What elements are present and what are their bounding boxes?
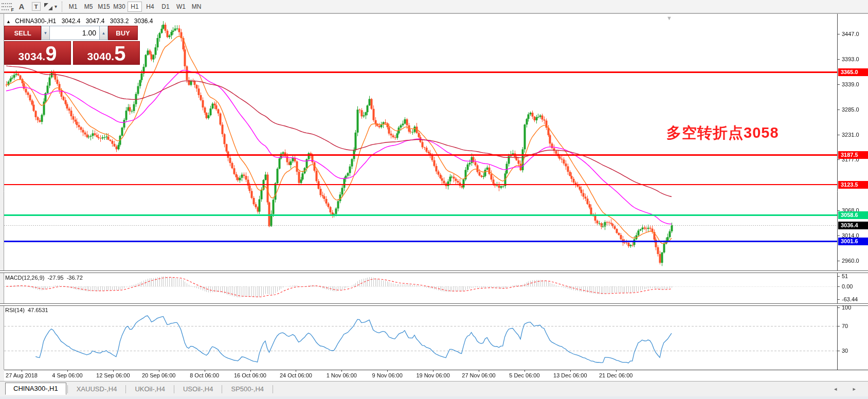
chart-tab-xauusdh4[interactable]: XAUUSD-,H4 bbox=[69, 383, 125, 395]
ohlc-close: 3036.4 bbox=[134, 17, 153, 25]
timeframe-button-M1[interactable]: M1 bbox=[66, 2, 80, 12]
time-axis-label: 4 Sep 06:00 bbox=[52, 372, 82, 378]
buy-button[interactable]: BUY bbox=[108, 26, 138, 40]
rsi-axis-tick: 30 bbox=[842, 348, 848, 354]
sell-price-main: 3034 bbox=[19, 50, 43, 63]
text-tool-icon: T bbox=[32, 2, 41, 11]
time-axis-label: 21 Dec 06:00 bbox=[599, 372, 632, 378]
price-chart-canvas[interactable] bbox=[0, 13, 868, 381]
buy-price-main: 3040 bbox=[87, 50, 112, 63]
tab-separator bbox=[273, 385, 273, 393]
pane-separator-macd-rsi[interactable] bbox=[0, 303, 868, 306]
timeframe-button-D1[interactable]: D1 bbox=[158, 2, 173, 12]
one-click-trading-panel: SELL ▾ ▴ BUY 3034.9 3040.5 bbox=[4, 26, 140, 65]
chart-tab-china300h1[interactable]: CHINA300-,H1 bbox=[5, 383, 66, 395]
time-axis-label: 27 Nov 06:00 bbox=[462, 372, 495, 378]
text-tool-button[interactable]: T bbox=[29, 1, 43, 12]
time-axis-label: 16 Oct 06:00 bbox=[234, 372, 266, 378]
lot-increase-button[interactable]: ▴ bbox=[99, 26, 108, 40]
rsi-axis-tick: 100 bbox=[842, 304, 851, 311]
window-bottom-edge bbox=[0, 396, 868, 399]
price-axis-tick: 3447.0 bbox=[842, 31, 859, 37]
time-axis-label: 19 Nov 06:00 bbox=[416, 372, 449, 378]
resistance-line-3365-tag: 3365.0 bbox=[838, 68, 868, 76]
time-axis-label: 9 Nov 06:00 bbox=[372, 372, 403, 378]
sell-price-decimal: 9 bbox=[45, 43, 57, 64]
collapse-icon[interactable]: ▲ bbox=[6, 19, 11, 24]
text-label-tool-button[interactable]: A bbox=[14, 1, 29, 12]
macd-axis-tick: 0.00 bbox=[842, 283, 853, 289]
chart-tab-usoilh4[interactable]: USOil-,H4 bbox=[175, 383, 221, 395]
rsi-axis-tick: 70 bbox=[842, 323, 848, 329]
chart-tab-bar: CHINA300-,H1XAUUSD-,H4UKOil-,H4USOil-,H4… bbox=[0, 381, 868, 396]
timeframe-button-M5[interactable]: M5 bbox=[81, 2, 96, 12]
buy-price-display[interactable]: 3040.5 bbox=[73, 41, 140, 65]
time-axis-label: 20 Sep 06:00 bbox=[142, 372, 175, 378]
support-line-3001-tag: 3001.6 bbox=[838, 238, 868, 245]
resistance-line-3123-tag: 3123.5 bbox=[838, 181, 868, 189]
support-line-3058-tag: 3058.6 bbox=[838, 211, 868, 219]
chart-symbol-period: CHINA300-,H1 bbox=[15, 17, 56, 25]
rsi-indicator-label: RSI(14)47.6531 bbox=[5, 307, 51, 313]
price-axis-tick: 3339.0 bbox=[842, 81, 859, 87]
price-axis-tick: 3231.0 bbox=[842, 132, 859, 138]
ohlc-low: 3033.2 bbox=[110, 17, 129, 25]
current-price-line-tag: 3036.4 bbox=[838, 222, 868, 229]
macd-value-2: -36.72 bbox=[67, 275, 83, 281]
cursor-arrows-icon bbox=[44, 3, 53, 11]
lot-decrease-button[interactable]: ▾ bbox=[41, 26, 50, 40]
spinner-up-icon: ▴ bbox=[102, 30, 105, 35]
chart-window: ▲ CHINA300-,H1 3042.4 3047.4 3033.2 3036… bbox=[0, 13, 868, 381]
time-axis-label: 13 Dec 06:00 bbox=[553, 372, 587, 378]
timeframe-button-M15[interactable]: M15 bbox=[97, 2, 111, 12]
sell-price-display[interactable]: 3034.9 bbox=[4, 41, 71, 65]
pane-separator-main-macd[interactable] bbox=[0, 270, 868, 273]
toolbar: F A T ▾ M1M5M15M30H1H4D1W1MN bbox=[0, 0, 868, 13]
tab-scroll-arrows[interactable]: ◂ ▸ bbox=[834, 386, 863, 392]
chart-tab-ukoilh4[interactable]: UKOil-,H4 bbox=[127, 383, 173, 395]
timeframe-button-M30[interactable]: M30 bbox=[112, 2, 126, 12]
price-axis-tick: 2960.0 bbox=[842, 258, 859, 264]
ohlc-open: 3042.4 bbox=[62, 17, 81, 25]
time-axis-label: 8 Oct 06:00 bbox=[190, 372, 219, 378]
time-axis-label: 27 Aug 2018 bbox=[6, 372, 38, 378]
spinner-down-icon: ▾ bbox=[44, 30, 47, 35]
tab-separator bbox=[125, 385, 126, 393]
chart-tab-sp500h4[interactable]: SP500-,H4 bbox=[223, 383, 272, 395]
dropdown-caret-icon: ▾ bbox=[55, 4, 57, 9]
price-axis-tick: 3393.0 bbox=[842, 56, 859, 62]
cursor-tools-button[interactable]: ▾ bbox=[43, 1, 58, 12]
time-axis-label: 24 Oct 06:00 bbox=[280, 372, 312, 378]
fibonacci-tool-button[interactable]: F bbox=[0, 1, 14, 12]
resistance-line-3187-tag: 3187.5 bbox=[838, 151, 868, 159]
fibonacci-icon-letter: F bbox=[11, 7, 14, 12]
macd-axis-tick: 51 bbox=[842, 273, 848, 279]
fibonacci-icon: F bbox=[2, 3, 13, 11]
chart-shift-marker-icon[interactable]: ▼ bbox=[666, 15, 672, 21]
chart-annotation-text: 多空转折点3058 bbox=[666, 123, 779, 143]
lot-size-input[interactable] bbox=[50, 26, 99, 40]
tab-separator bbox=[174, 385, 174, 393]
macd-value-1: -27.95 bbox=[47, 275, 63, 281]
rsi-value: 47.6531 bbox=[28, 307, 48, 313]
timeframe-button-W1[interactable]: W1 bbox=[174, 2, 188, 12]
trading-terminal: F A T ▾ M1M5M15M30H1H4D1W1MN ▲ CHINA300-… bbox=[0, 0, 868, 399]
tab-separator bbox=[67, 385, 68, 393]
chart-title: ▲ CHINA300-,H1 3042.4 3047.4 3033.2 3036… bbox=[6, 17, 156, 25]
timeframe-button-H1[interactable]: H1 bbox=[128, 2, 142, 12]
macd-indicator-label: MACD(12,26,9)-27.95-36.72 bbox=[5, 275, 86, 281]
sell-button[interactable]: SELL bbox=[4, 26, 41, 40]
timeframe-button-MN[interactable]: MN bbox=[189, 2, 204, 12]
tab-separator bbox=[222, 385, 222, 393]
timeframe-button-H4[interactable]: H4 bbox=[143, 2, 157, 12]
toolbar-separator bbox=[62, 2, 62, 12]
ohlc-high: 3047.4 bbox=[86, 17, 105, 25]
timeframe-button-group: M1M5M15M30H1H4D1W1MN bbox=[65, 2, 204, 12]
buy-price-decimal: 5 bbox=[114, 43, 125, 64]
macd-axis-tick: -63.44 bbox=[842, 296, 858, 302]
time-axis-label: 12 Sep 06:00 bbox=[96, 372, 130, 378]
price-axis-tick: 3285.0 bbox=[842, 106, 859, 113]
time-axis-label: 1 Nov 06:00 bbox=[327, 372, 357, 378]
text-label-icon: A bbox=[19, 2, 25, 11]
time-axis-label: 5 Dec 06:00 bbox=[509, 372, 539, 378]
